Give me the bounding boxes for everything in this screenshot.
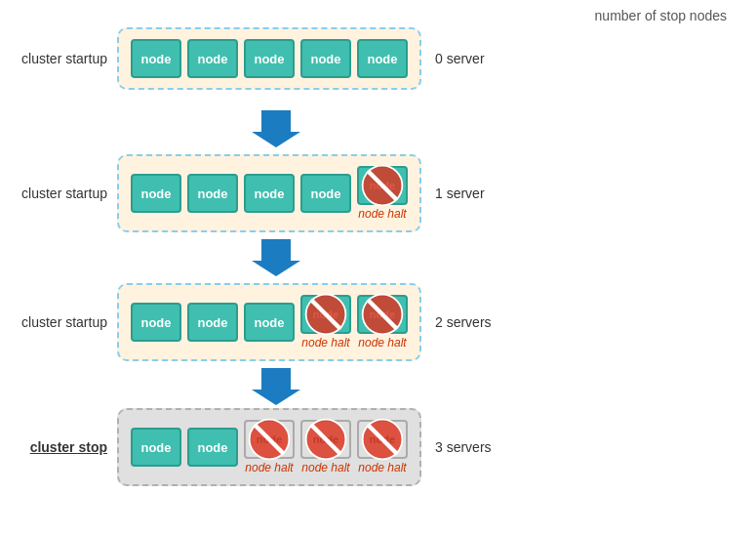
halt-label-3-5: node halt	[358, 336, 406, 350]
halt-label-4-5: node halt	[358, 461, 406, 474]
row-3-label: cluster startup	[0, 314, 107, 330]
node-2-2: node	[187, 174, 238, 213]
row-3: cluster startup node node node node node…	[0, 283, 492, 361]
svg-marker-0	[252, 110, 300, 147]
row-1-label: cluster startup	[0, 51, 107, 66]
row-1-server-count: 0 server	[435, 51, 485, 66]
node-1-2: node	[187, 39, 238, 78]
row-1: cluster startup node node node node node…	[0, 27, 485, 90]
arrow-2	[252, 239, 300, 280]
node-4-5: node	[357, 420, 408, 459]
halt-label-3-4: node halt	[301, 336, 349, 350]
node-2-3: node	[244, 174, 295, 213]
node-2-4: node	[300, 174, 351, 213]
node-4-3: node	[244, 420, 295, 459]
row-2-server-count: 1 server	[435, 185, 485, 201]
node-2-5: node	[357, 166, 408, 205]
node-3-5: node	[357, 295, 408, 334]
svg-marker-2	[252, 368, 300, 405]
row-3-server-count: 2 servers	[435, 314, 492, 330]
row-2-label: cluster startup	[0, 185, 107, 201]
node-1-3: node	[244, 39, 295, 78]
node-2-1: node	[131, 174, 181, 213]
node-4-4: node	[300, 420, 351, 459]
halt-label-2-5: node halt	[358, 207, 406, 221]
halt-label-4-3: node halt	[245, 461, 293, 474]
header-label: number of stop nodes	[595, 8, 727, 23]
halted-node-4-3: node node halt	[244, 420, 295, 474]
row-4-server-count: 3 servers	[435, 439, 492, 455]
node-1-1: node	[131, 39, 181, 78]
halt-label-4-4: node halt	[301, 461, 349, 474]
svg-marker-1	[252, 239, 300, 276]
diagram: number of stop nodes cluster startup nod…	[0, 0, 756, 535]
node-4-2: node	[187, 428, 238, 467]
row-4: cluster stop node node node node halt no…	[0, 408, 492, 486]
row-1-node-group: node node node node node	[117, 27, 421, 90]
row-4-label: cluster stop	[0, 439, 107, 455]
halted-node-3-4: node node halt	[300, 295, 351, 350]
row-4-node-group: node node node node halt node	[117, 408, 421, 486]
arrow-3	[252, 368, 300, 409]
halted-node-2-5: node node halt	[357, 166, 408, 221]
node-3-4: node	[300, 295, 351, 334]
halted-node-4-4: node node halt	[300, 420, 351, 474]
node-3-2: node	[187, 303, 238, 342]
node-1-5: node	[357, 39, 408, 78]
node-3-1: node	[131, 303, 181, 342]
arrow-1	[252, 110, 300, 151]
row-3-node-group: node node node node node halt node	[117, 283, 421, 361]
halted-node-3-5: node node halt	[357, 295, 408, 350]
row-2: cluster startup node node node node node…	[0, 154, 485, 232]
halted-node-4-5: node node halt	[357, 420, 408, 474]
node-3-3: node	[244, 303, 295, 342]
node-4-1: node	[131, 428, 181, 467]
node-1-4: node	[300, 39, 351, 78]
row-2-node-group: node node node node node node halt	[117, 154, 421, 232]
